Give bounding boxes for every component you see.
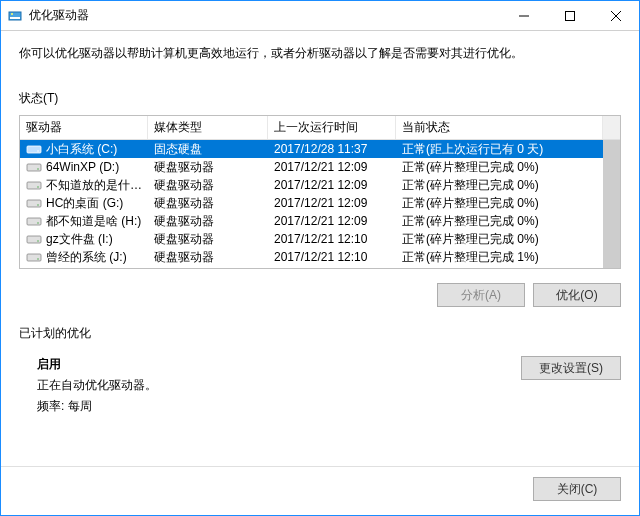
drive-icon [26,161,42,173]
svg-rect-17 [27,236,41,243]
drive-name: 曾经的系统 (J:) [46,249,127,266]
drive-name: HC的桌面 (G:) [46,195,123,212]
drive-icon [26,143,42,155]
last-run: 2017/12/21 12:09 [268,160,396,174]
svg-point-14 [37,204,39,206]
svg-rect-1 [10,17,20,19]
svg-rect-4 [566,12,575,21]
drive-name: 64WinXP (D:) [46,160,119,174]
media-type: 硬盘驱动器 [148,231,268,248]
table-row[interactable]: 64WinXP (D:)硬盘驱动器2017/12/21 12:09正常(碎片整理… [20,158,620,176]
close-button[interactable] [593,1,639,31]
schedule-auto-text: 正在自动优化驱动器。 [37,377,157,394]
drives-table: 驱动器 媒体类型 上一次运行时间 当前状态 小白系统 (C:)固态硬盘2017/… [19,115,621,269]
media-type: 固态硬盘 [148,141,268,158]
current-status: 正常(碎片整理已完成 1%) [396,249,620,266]
drive-name: 都不知道是啥 (H:) [46,213,141,230]
media-type: 硬盘驱动器 [148,213,268,230]
analyze-button[interactable]: 分析(A) [437,283,525,307]
drive-name: gz文件盘 (I:) [46,231,113,248]
media-type: 硬盘驱动器 [148,159,268,176]
media-type: 硬盘驱动器 [148,195,268,212]
svg-rect-9 [27,164,41,171]
svg-point-12 [37,186,39,188]
current-status: 正常(碎片整理已完成 0%) [396,177,620,194]
table-row[interactable]: 不知道放的是什么 ...硬盘驱动器2017/12/21 12:09正常(碎片整理… [20,176,620,194]
current-status: 正常(碎片整理已完成 0%) [396,213,620,230]
drive-icon [26,197,42,209]
current-status: 正常(碎片整理已完成 0%) [396,231,620,248]
schedule-enabled-label: 启用 [37,356,157,373]
status-label: 状态(T) [19,90,621,107]
last-run: 2017/12/21 12:10 [268,250,396,264]
drive-name: 不知道放的是什么 ... [46,177,142,194]
close-dialog-button[interactable]: 关闭(C) [533,477,621,501]
svg-point-20 [37,258,39,260]
scrollbar[interactable] [603,140,620,268]
window-title: 优化驱动器 [29,7,89,24]
current-status: 正常(碎片整理已完成 0%) [396,159,620,176]
freq-label: 频率: [37,399,64,413]
optimize-button[interactable]: 优化(O) [533,283,621,307]
app-icon [7,8,23,24]
svg-rect-7 [27,146,41,153]
schedule-frequency: 频率: 每周 [37,398,157,415]
maximize-button[interactable] [547,1,593,31]
last-run: 2017/12/21 12:10 [268,232,396,246]
col-current[interactable]: 当前状态 [396,116,603,139]
table-row[interactable]: gz文件盘 (I:)硬盘驱动器2017/12/21 12:10正常(碎片整理已完… [20,230,620,248]
svg-point-10 [37,168,39,170]
svg-point-8 [37,150,39,152]
freq-value: 每周 [68,399,92,413]
table-row[interactable]: HC的桌面 (G:)硬盘驱动器2017/12/21 12:09正常(碎片整理已完… [20,194,620,212]
svg-rect-15 [27,218,41,225]
last-run: 2017/12/21 12:09 [268,214,396,228]
description-text: 你可以优化驱动器以帮助计算机更高效地运行，或者分析驱动器以了解是否需要对其进行优… [19,45,621,62]
drive-icon [26,251,42,263]
current-status: 正常(碎片整理已完成 0%) [396,195,620,212]
media-type: 硬盘驱动器 [148,249,268,266]
footer: 关闭(C) [1,466,639,515]
last-run: 2017/12/21 12:09 [268,196,396,210]
drive-icon [26,179,42,191]
col-media[interactable]: 媒体类型 [148,116,268,139]
drive-icon [26,215,42,227]
drive-name: 小白系统 (C:) [46,141,117,158]
last-run: 2017/12/21 12:09 [268,178,396,192]
svg-point-18 [37,240,39,242]
current-status: 正常(距上次运行已有 0 天) [396,141,620,158]
media-type: 硬盘驱动器 [148,177,268,194]
scroll-header-spacer [603,116,620,139]
svg-rect-19 [27,254,41,261]
col-drive[interactable]: 驱动器 [20,116,148,139]
minimize-button[interactable] [501,1,547,31]
titlebar[interactable]: 优化驱动器 [1,1,639,31]
svg-rect-11 [27,182,41,189]
table-row[interactable]: 曾经的系统 (J:)硬盘驱动器2017/12/21 12:10正常(碎片整理已完… [20,248,620,266]
svg-rect-13 [27,200,41,207]
table-body: 小白系统 (C:)固态硬盘2017/12/28 11:37正常(距上次运行已有 … [20,140,620,268]
drive-icon [26,233,42,245]
svg-point-16 [37,222,39,224]
table-header[interactable]: 驱动器 媒体类型 上一次运行时间 当前状态 [20,116,620,140]
scroll-thumb[interactable] [603,140,620,268]
schedule-section-label: 已计划的优化 [19,325,621,342]
col-last-run[interactable]: 上一次运行时间 [268,116,396,139]
svg-point-2 [11,13,13,15]
table-row[interactable]: 都不知道是啥 (H:)硬盘驱动器2017/12/21 12:09正常(碎片整理已… [20,212,620,230]
last-run: 2017/12/28 11:37 [268,142,396,156]
change-settings-button[interactable]: 更改设置(S) [521,356,621,380]
table-row[interactable]: 小白系统 (C:)固态硬盘2017/12/28 11:37正常(距上次运行已有 … [20,140,620,158]
